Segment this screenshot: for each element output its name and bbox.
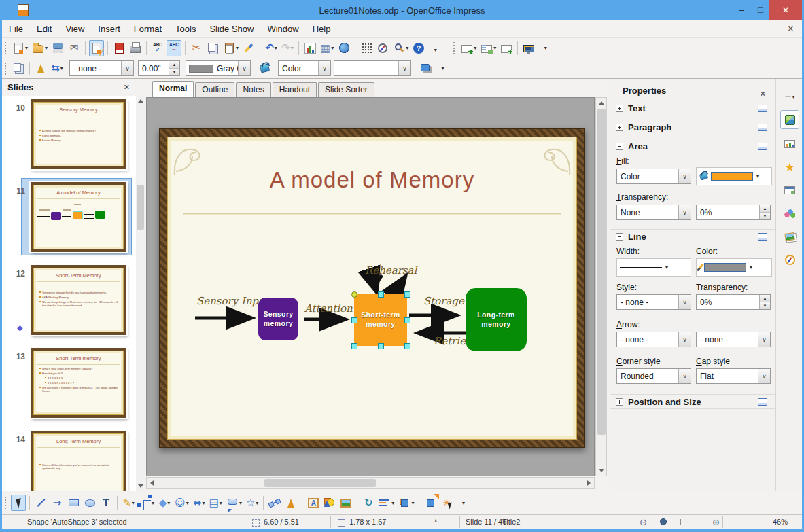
callouts-button[interactable]: ▾ xyxy=(225,495,243,511)
adjust-handle[interactable] xyxy=(351,291,357,298)
menu-format[interactable]: Format xyxy=(127,21,169,37)
fill-style-select[interactable]: Color∨ xyxy=(616,169,691,184)
dialog-launcher-icon[interactable] xyxy=(758,143,767,150)
tab-outline[interactable]: Outline xyxy=(195,82,234,97)
selection-handle[interactable] xyxy=(404,343,410,349)
slide-thumbnail-14[interactable]: Long-Term Memory Stores all the informat… xyxy=(31,431,126,491)
editor-vertical-scrollbar[interactable] xyxy=(595,97,607,476)
tab-normal[interactable]: Normal xyxy=(152,81,194,97)
text-tool-button[interactable]: T xyxy=(99,495,113,511)
cut-button[interactable]: ✂ xyxy=(189,40,204,56)
edit-points-button[interactable] xyxy=(267,495,282,511)
line-style-select[interactable]: - none -∨ xyxy=(616,294,691,310)
undo-button[interactable]: ↶▾ xyxy=(264,40,279,56)
selection-handle[interactable] xyxy=(404,317,410,323)
transparency-type-select[interactable]: None∨ xyxy=(616,205,691,220)
zoom-slider-thumb[interactable] xyxy=(660,518,667,525)
stars-button[interactable]: ☆▾ xyxy=(245,495,260,511)
ellipse-tool-button[interactable] xyxy=(82,495,97,511)
insert-shapes-button[interactable] xyxy=(322,495,337,511)
sidebar-tab-master-pages[interactable] xyxy=(780,181,799,200)
help-button[interactable]: ? xyxy=(411,40,426,56)
export-pdf-button[interactable] xyxy=(111,40,126,56)
sidebar-tab-properties[interactable] xyxy=(780,110,799,129)
close-button[interactable]: ✕ xyxy=(769,0,802,20)
menu-window[interactable]: Window xyxy=(260,21,305,37)
spellcheck-button[interactable]: ABC✔ xyxy=(150,40,165,56)
glue-points-button[interactable] xyxy=(283,495,298,511)
flowchart-button[interactable]: ▤▾ xyxy=(208,495,224,511)
section-paragraph[interactable]: Paragraph xyxy=(610,120,775,135)
dialog-launcher-icon[interactable] xyxy=(758,233,767,241)
extrusion-toggle-button[interactable] xyxy=(423,495,438,511)
zoom-button[interactable]: ▾ xyxy=(391,40,410,56)
email-button[interactable]: ✉ xyxy=(67,40,82,56)
alignment-button[interactable]: ▾ xyxy=(377,495,396,511)
slides-panel-scrollbar[interactable] xyxy=(136,96,145,491)
insert-table-button[interactable]: ▦▾ xyxy=(319,40,335,56)
line-tool-button[interactable] xyxy=(33,495,48,511)
maximize-button[interactable]: □ xyxy=(752,0,769,20)
new-slide-button[interactable]: ▾ xyxy=(459,40,478,56)
toolbar-overflow-button[interactable]: ▾ xyxy=(538,40,553,56)
autospellcheck-button[interactable]: ABC~ xyxy=(167,40,181,56)
menu-file[interactable]: File xyxy=(2,21,30,37)
insert-chart-button[interactable] xyxy=(302,40,317,56)
dialog-launcher-icon[interactable] xyxy=(758,124,767,131)
print-button[interactable] xyxy=(128,40,143,56)
selection-handle[interactable] xyxy=(378,343,384,349)
slide-workspace[interactable]: A model of Memory Sensory Inpu xyxy=(146,97,595,476)
minimize-button[interactable]: – xyxy=(733,0,750,20)
menu-edit[interactable]: Edit xyxy=(30,21,58,37)
status-zoom-percent[interactable]: 46% xyxy=(773,518,788,526)
sidebar-tab-slide-transition[interactable] xyxy=(780,135,799,154)
symbol-shapes-button[interactable]: ☺▾ xyxy=(173,495,190,511)
arrow-end-select[interactable]: - none -∨ xyxy=(696,332,771,347)
open-button[interactable]: ▾ xyxy=(31,40,49,56)
sensory-memory-box[interactable]: Sensory memory xyxy=(258,298,298,340)
line-transparency-stepper[interactable]: 0%▲▼ xyxy=(696,294,771,310)
line-width-select[interactable]: ▾ xyxy=(616,258,691,277)
menu-slideshow[interactable]: Slide Show xyxy=(203,21,260,37)
line-dialog-button[interactable] xyxy=(33,60,48,77)
document-close-icon[interactable]: ✕ xyxy=(788,24,794,33)
label-attention[interactable]: Attention xyxy=(304,302,353,315)
dialog-launcher-icon[interactable] xyxy=(758,105,767,112)
menu-help[interactable]: Help xyxy=(306,21,338,37)
shadow-toggle-button[interactable] xyxy=(419,60,434,77)
slides-panel-close-icon[interactable]: ✕ xyxy=(124,83,130,92)
area-dialog-button[interactable] xyxy=(257,60,272,77)
sidebar-tab-custom-animation[interactable]: ★ xyxy=(780,158,799,177)
new-document-button[interactable]: ▾ xyxy=(11,40,29,56)
section-line[interactable]: Line xyxy=(610,229,775,244)
sidebar-tab-navigator[interactable] xyxy=(780,250,799,269)
insert-picture-button[interactable] xyxy=(338,495,353,511)
selection-handle[interactable] xyxy=(351,317,357,323)
fill-type-select[interactable]: Color∨ xyxy=(278,60,331,76)
basic-shapes-button[interactable]: ◆▾ xyxy=(157,495,172,511)
fill-color-select[interactable]: ∨ xyxy=(334,60,411,76)
toolbar-overflow-button[interactable]: ▾ xyxy=(455,495,470,511)
zoom-out-icon[interactable]: ⊖ xyxy=(640,517,647,527)
format-paintbrush-button[interactable] xyxy=(241,40,256,56)
menu-view[interactable]: View xyxy=(58,21,91,37)
toolbar-grip[interactable] xyxy=(453,41,456,55)
sidebar-settings-button[interactable]: ☰▾ xyxy=(780,87,799,106)
line-color-select[interactable]: Gray 6∨ xyxy=(186,60,251,76)
hyperlink-button[interactable] xyxy=(336,40,351,56)
connector-tool-button[interactable]: ▾ xyxy=(137,495,156,511)
arrow-tool-button[interactable]: → xyxy=(50,495,65,511)
dialog-launcher-icon[interactable] xyxy=(758,398,767,406)
paste-button[interactable]: ▾ xyxy=(222,40,240,56)
properties-close-icon[interactable]: ✕ xyxy=(760,90,766,99)
curve-tool-button[interactable]: ✎▾ xyxy=(121,495,136,511)
slide-thumbnail-12[interactable]: Short-Term Memory Temporary storage for … xyxy=(31,265,126,335)
rotate-button[interactable]: ↻ xyxy=(361,495,376,511)
menu-tools[interactable]: Tools xyxy=(169,21,203,37)
slide-title[interactable]: A model of Memory xyxy=(168,167,576,193)
section-area[interactable]: Area xyxy=(610,139,775,154)
toolbar-grip[interactable] xyxy=(4,496,7,510)
block-arrows-button[interactable]: ⇔▾ xyxy=(192,495,207,511)
section-text[interactable]: Text xyxy=(610,101,775,116)
slide-design-button[interactable] xyxy=(499,40,514,56)
